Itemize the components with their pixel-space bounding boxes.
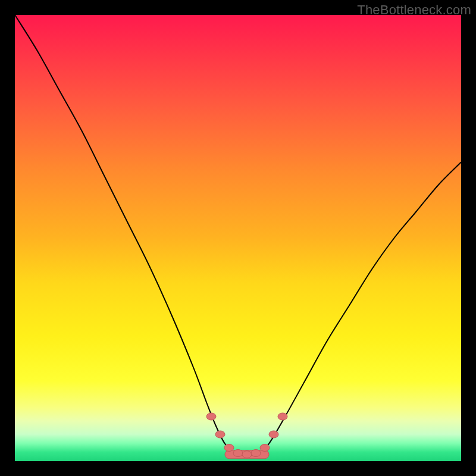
curve-marker: [269, 431, 278, 438]
bottleneck-curve-path: [15, 15, 461, 455]
curve-marker: [215, 431, 225, 438]
bottleneck-curve-svg: [15, 15, 461, 461]
chart-frame: TheBottleneck.com: [0, 0, 476, 476]
curve-marker: [242, 451, 252, 458]
curve-marker: [251, 450, 261, 457]
curve-marker: [233, 450, 243, 457]
plot-area: [15, 15, 461, 461]
curve-marker: [278, 413, 287, 420]
curve-marker: [206, 413, 216, 420]
curve-marker: [260, 444, 270, 452]
watermark-text: TheBottleneck.com: [357, 2, 471, 18]
curve-marker: [224, 444, 234, 452]
marker-group: [206, 413, 287, 458]
